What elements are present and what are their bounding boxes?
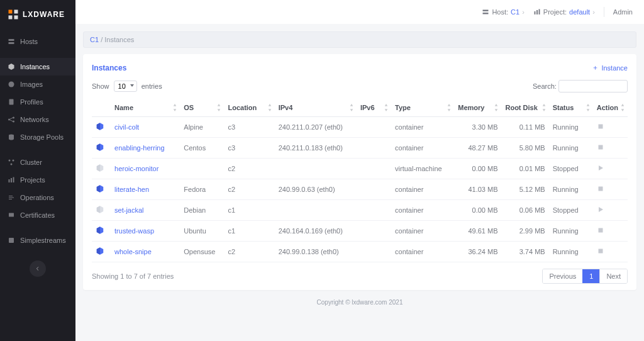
- sidebar-item-label: Certificates: [20, 211, 55, 219]
- cell-action[interactable]: [593, 179, 628, 200]
- sidebar-item-cluster[interactable]: Cluster: [0, 154, 75, 171]
- table-row: enabling-herringCentosc3240.211.0.183 (e…: [92, 138, 628, 159]
- instances-table: NameOSLocationIPv4IPv6TypeMemoryRoot Dis…: [92, 99, 628, 262]
- column-header[interactable]: Memory: [454, 99, 501, 117]
- project-selector[interactable]: Project: default ›: [533, 8, 595, 16]
- sidebar-item-label: Cluster: [20, 159, 42, 166]
- sidebar: LXDWARE Hosts Instances Images Profiles …: [0, 0, 75, 341]
- svg-rect-16: [11, 178, 12, 182]
- instance-link[interactable]: enabling-herring: [114, 144, 165, 152]
- cell-ipv6: [357, 179, 391, 200]
- instance-link[interactable]: literate-hen: [114, 186, 149, 193]
- images-icon: [8, 81, 15, 88]
- cell-action[interactable]: [593, 117, 628, 138]
- search-control: Search:: [533, 80, 628, 92]
- cell-action[interactable]: [593, 200, 628, 221]
- row-type-icon: [92, 117, 111, 138]
- cell-type: container: [391, 200, 454, 221]
- column-header[interactable]: Location: [224, 99, 274, 117]
- sidebar-item-operations[interactable]: Operations: [0, 189, 75, 206]
- cell-os: Centos: [180, 138, 224, 159]
- column-header[interactable]: OS: [180, 99, 224, 117]
- sidebar-item-storage-pools[interactable]: Storage Pools: [0, 128, 75, 146]
- topbar: Host: C1 › Project: default › Admin: [75, 0, 644, 24]
- project-label: Project:: [543, 8, 567, 16]
- sidebar-item-label: Images: [20, 81, 43, 88]
- admin-menu[interactable]: Admin: [613, 8, 633, 16]
- sidebar-item-hosts[interactable]: Hosts: [0, 33, 75, 50]
- svg-point-12: [9, 160, 11, 162]
- svg-rect-26: [598, 145, 602, 150]
- svg-point-6: [9, 82, 14, 87]
- cell-status: Running: [549, 138, 593, 159]
- svg-rect-19: [9, 238, 14, 243]
- instance-link[interactable]: whole-snipe: [114, 248, 152, 255]
- sidebar-item-projects[interactable]: Projects: [0, 171, 75, 189]
- storage-icon: [8, 133, 15, 141]
- table-row: heroic-monitorc2virtual-machine0.00 MB0.…: [92, 159, 628, 179]
- sidebar-collapse-button[interactable]: [30, 260, 46, 277]
- cube-icon: [96, 247, 104, 255]
- brand-text: LXDWARE: [23, 10, 65, 19]
- brand-icon: [8, 9, 19, 20]
- cell-action[interactable]: [593, 242, 628, 262]
- svg-rect-21: [483, 13, 489, 14]
- sidebar-item-profiles[interactable]: Profiles: [0, 93, 75, 111]
- cell-name: whole-snipe: [111, 242, 180, 262]
- sidebar-item-certificates[interactable]: Certificates: [0, 206, 75, 224]
- svg-rect-17: [13, 177, 14, 183]
- instance-link[interactable]: civil-colt: [114, 123, 139, 131]
- search-input[interactable]: [558, 80, 628, 92]
- stop-icon: [597, 247, 604, 255]
- page-size-select[interactable]: 10: [114, 81, 137, 92]
- cell-os: Fedora: [180, 179, 224, 200]
- sidebar-item-images[interactable]: Images: [0, 75, 75, 93]
- column-header[interactable]: IPv4: [275, 99, 357, 117]
- pager-page-1[interactable]: 1: [582, 269, 599, 283]
- host-selector[interactable]: Host: C1 ›: [482, 8, 524, 16]
- instance-link[interactable]: heroic-monitor: [114, 165, 158, 172]
- pager-next[interactable]: Next: [599, 269, 627, 283]
- instances-card: Instances ＋ Instance Show 10 entries Sea…: [83, 54, 636, 290]
- row-type-icon: [92, 221, 111, 242]
- column-header[interactable]: Type: [391, 99, 454, 117]
- column-header[interactable]: IPv6: [357, 99, 391, 117]
- sidebar-item-simplestreams[interactable]: Simplestreams: [0, 232, 75, 249]
- cell-disk: 0.11 MB: [501, 117, 548, 138]
- play-icon: [597, 164, 604, 172]
- instance-link[interactable]: trusted-wasp: [114, 227, 154, 235]
- instance-link[interactable]: set-jackal: [114, 206, 143, 214]
- column-header[interactable]: Action: [593, 99, 628, 117]
- column-header[interactable]: Root Disk: [501, 99, 548, 117]
- pager-prev[interactable]: Previous: [543, 269, 582, 283]
- stop-icon: [597, 123, 604, 130]
- sidebar-item-instances[interactable]: Instances: [0, 58, 75, 75]
- chevron-right-icon: ›: [522, 8, 525, 16]
- column-header[interactable]: Name: [111, 99, 180, 117]
- cell-action[interactable]: [593, 221, 628, 242]
- project-value: default: [569, 8, 590, 16]
- cell-action[interactable]: [593, 159, 628, 179]
- stop-icon: [597, 226, 604, 234]
- row-type-icon: [92, 179, 111, 200]
- column-header[interactable]: Status: [549, 99, 593, 117]
- sidebar-item-networks[interactable]: Networks: [0, 111, 75, 128]
- breadcrumb-root[interactable]: C1: [90, 36, 99, 43]
- sidebar-item-label: Networks: [20, 116, 49, 123]
- admin-label: Admin: [613, 8, 633, 16]
- simplestreams-icon: [8, 237, 15, 244]
- svg-point-14: [11, 164, 13, 165]
- cell-memory: 41.03 MB: [454, 179, 501, 200]
- plus-icon: ＋: [592, 63, 599, 72]
- svg-rect-20: [483, 10, 489, 12]
- cell-action[interactable]: [593, 138, 628, 159]
- cell-memory: 3.30 MB: [454, 117, 501, 138]
- cell-name: heroic-monitor: [111, 159, 180, 179]
- add-instance-button[interactable]: ＋ Instance: [592, 63, 628, 72]
- svg-point-13: [13, 160, 14, 162]
- cell-ipv6: [357, 242, 391, 262]
- svg-rect-29: [598, 249, 602, 254]
- cell-ipv4: 240.211.0.207 (eth0): [275, 117, 357, 138]
- cell-name: enabling-herring: [111, 138, 180, 159]
- cell-type: container: [391, 117, 454, 138]
